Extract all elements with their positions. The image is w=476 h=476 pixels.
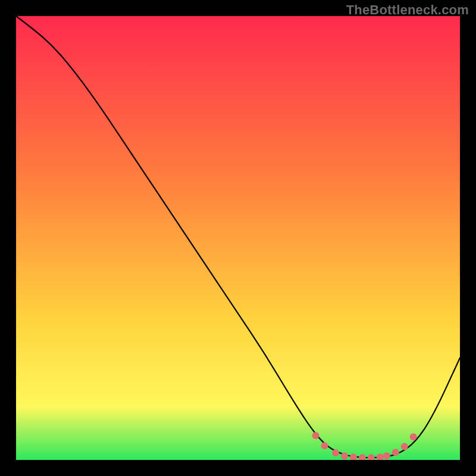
marker-dot [341, 452, 348, 459]
marker-dot [410, 433, 417, 440]
marker-dot [312, 432, 320, 439]
marker-dot [332, 449, 339, 456]
marker-dot [401, 443, 408, 450]
marker-dot [383, 452, 390, 459]
plot-area [16, 16, 460, 460]
chart-svg [16, 16, 460, 460]
marker-dot [392, 449, 399, 456]
chart-frame: TheBottleneck.com [0, 0, 476, 476]
marker-dot [321, 442, 328, 449]
